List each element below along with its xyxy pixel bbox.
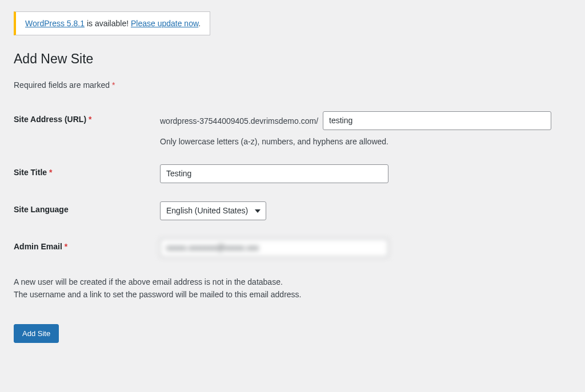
language-select-wrap: English (United States)	[160, 201, 266, 220]
admin-email-input[interactable]	[160, 239, 388, 257]
wordpress-version-link[interactable]: WordPress 5.8.1	[25, 19, 85, 28]
site-language-label: Site Language	[14, 201, 160, 214]
email-info-text: A new user will be created if the above …	[14, 276, 571, 301]
add-site-button[interactable]: Add Site	[14, 324, 59, 343]
update-now-link[interactable]: Please update now	[131, 19, 198, 28]
admin-email-row: Admin Email *	[14, 239, 571, 257]
required-asterisk: *	[112, 80, 115, 90]
site-title-label: Site Title *	[14, 164, 160, 177]
site-title-row: Site Title *	[14, 164, 571, 183]
site-language-row: Site Language English (United States)	[14, 201, 571, 220]
site-address-description: Only lowercase letters (a-z), numbers, a…	[160, 137, 571, 146]
update-notice: WordPress 5.8.1 is available! Please upd…	[14, 11, 210, 35]
admin-email-label: Admin Email *	[14, 239, 160, 251]
site-address-input[interactable]	[323, 111, 551, 130]
notice-text-end: .	[198, 19, 201, 28]
notice-text-mid: is available!	[85, 19, 131, 28]
site-language-select[interactable]: English (United States)	[160, 201, 266, 220]
site-address-label: Site Address (URL) *	[14, 111, 160, 124]
page-title: Add New Site	[14, 51, 571, 67]
required-fields-note: Required fields are marked *	[14, 80, 571, 90]
site-address-row: Site Address (URL) * wordpress-375440094…	[14, 111, 571, 146]
site-title-input[interactable]	[160, 164, 388, 183]
domain-prefix: wordpress-37544009405.devrimsdemo.com/	[160, 116, 318, 126]
